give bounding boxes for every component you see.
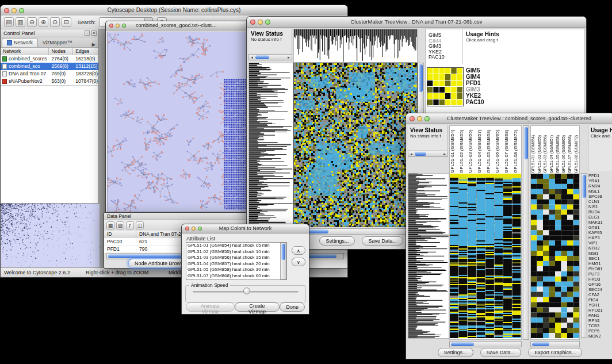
zoom-button[interactable] bbox=[19, 8, 24, 13]
network-view-canvas[interactable] bbox=[107, 32, 247, 212]
gene-label: YSH1 bbox=[588, 302, 612, 308]
attribute-item[interactable]: GPL51-02 (GSM855) heat shock 10 min bbox=[186, 249, 280, 255]
scrollbar-thumb[interactable] bbox=[415, 152, 426, 156]
cytoscape-titlebar[interactable]: Cytoscape Desktop (Session Name: collins… bbox=[1, 5, 347, 16]
move-down-button[interactable]: ∨ bbox=[292, 258, 305, 266]
horizontal-scrollbar[interactable] bbox=[530, 341, 580, 347]
attribute-function-icon[interactable]: ƒ bbox=[126, 221, 134, 229]
close-panel-icon[interactable]: ✕ bbox=[91, 30, 97, 36]
heatmap-canvas[interactable] bbox=[293, 63, 418, 227]
scroll-right-icon[interactable]: ▸ bbox=[286, 55, 292, 60]
scrollbar-thumb[interactable] bbox=[532, 342, 549, 346]
select-attributes-icon[interactable]: ▦ bbox=[106, 221, 114, 229]
import-matrix-icon[interactable]: ◫ bbox=[136, 221, 144, 229]
scrollbar-thumb[interactable] bbox=[582, 175, 586, 198]
network-list-item[interactable]: DNA and Tran 07769(0)183728(0) bbox=[1, 70, 98, 78]
node-count: 2569(6) bbox=[49, 63, 74, 70]
zoom-button[interactable] bbox=[198, 227, 202, 231]
close-button[interactable] bbox=[4, 8, 9, 13]
treeview-titlebar[interactable]: ClusterMaker TreeView : DNA and Tran 07-… bbox=[247, 17, 586, 28]
done-button[interactable]: Done bbox=[280, 302, 305, 312]
zoom-button[interactable] bbox=[424, 116, 430, 121]
column-dendrogram-canvas[interactable] bbox=[293, 29, 418, 63]
scrollbar-thumb[interactable] bbox=[281, 244, 285, 260]
network-overview-thumbnail[interactable] bbox=[1, 203, 100, 268]
vertical-scrollbar[interactable] bbox=[280, 243, 286, 279]
scroll-right-icon[interactable]: ▸ bbox=[442, 151, 447, 157]
close-button[interactable] bbox=[185, 227, 189, 231]
zoom-out-icon[interactable]: ⊖ bbox=[27, 17, 37, 27]
column-header[interactable]: ID bbox=[104, 231, 136, 238]
close-button[interactable] bbox=[109, 24, 113, 28]
horizontal-scrollbar[interactable]: ◂ ▸ bbox=[408, 151, 448, 157]
column-header[interactable]: Nodes bbox=[49, 48, 73, 55]
horizontal-scrollbar[interactable] bbox=[293, 228, 418, 235]
correlation-matrix-canvas[interactable] bbox=[427, 67, 464, 106]
attribute-item[interactable]: GPL51-05 (GSM858) heat shock 30 min bbox=[186, 267, 280, 273]
zoom-button[interactable] bbox=[122, 24, 126, 28]
export-graphics-button[interactable]: Export Graphics... bbox=[528, 348, 582, 357]
attribute-list[interactable]: GPL51-01 (GSM854) heat shock 05 minGPL51… bbox=[186, 242, 287, 280]
gene-label: SEC24 bbox=[588, 287, 612, 292]
column-label: GPL51-05 (GSM858) bbox=[556, 127, 562, 173]
scrollbar-thumb[interactable] bbox=[451, 342, 474, 346]
heatmap-canvas[interactable] bbox=[450, 174, 521, 338]
attribute-item[interactable]: GPL51-03 (GSM856) heat shock 15 min bbox=[186, 255, 280, 261]
zoom-selected-icon[interactable]: ⊙ bbox=[50, 17, 60, 27]
close-button[interactable] bbox=[410, 116, 415, 121]
network-list-item[interactable]: combined_sco2569(6)13112(15) bbox=[1, 63, 98, 70]
animate-vizmap-button[interactable]: Animate Vizmap bbox=[186, 302, 235, 312]
column-header[interactable]: Network bbox=[1, 48, 49, 55]
attribute-item[interactable]: GPL51-04 (GSM857) heat shock 20 min bbox=[186, 261, 280, 267]
attribute-item[interactable]: GPL51-07 (GSM868) heat shock 60 min bbox=[186, 273, 280, 279]
create-vizmap-button[interactable]: Create Vizmap bbox=[235, 302, 280, 312]
network-tree-area bbox=[1, 85, 98, 204]
slider-thumb[interactable] bbox=[243, 288, 250, 294]
zoom-heatmap-canvas[interactable] bbox=[531, 174, 579, 338]
scrollbar-thumb[interactable] bbox=[255, 55, 269, 59]
zoom-fit-icon[interactable]: ⊡ bbox=[62, 17, 71, 27]
settings-button[interactable]: Settings... bbox=[438, 348, 473, 357]
float-panel-icon[interactable]: ▫ bbox=[85, 30, 90, 36]
minimize-button[interactable] bbox=[12, 8, 17, 13]
usage-hints-text: Click and drag t bbox=[591, 133, 610, 139]
more-tabs-button[interactable]: ▶ bbox=[92, 42, 97, 47]
tab-network[interactable]: Network bbox=[2, 38, 38, 47]
minimize-button[interactable] bbox=[192, 227, 196, 231]
horizontal-scrollbar[interactable] bbox=[449, 341, 522, 347]
treeview-titlebar[interactable]: ClusterMaker TreeView : combined_scores_… bbox=[406, 113, 612, 124]
minimize-button[interactable] bbox=[417, 116, 422, 121]
create-attribute-icon[interactable]: ▧ bbox=[116, 221, 124, 229]
settings-button[interactable]: Settings... bbox=[319, 236, 355, 246]
scroll-left-icon[interactable]: ◂ bbox=[249, 55, 255, 60]
gene-label: GTB1 bbox=[588, 225, 612, 230]
vertical-scrollbar[interactable] bbox=[581, 173, 587, 338]
row-dendrogram-canvas[interactable] bbox=[408, 173, 449, 339]
edge-count: 183728(0) bbox=[73, 70, 98, 78]
vertical-scrollbar[interactable] bbox=[523, 125, 529, 340]
open-session-icon[interactable]: ▤ bbox=[4, 17, 14, 27]
scroll-left-icon[interactable]: ◂ bbox=[408, 151, 414, 157]
gene-label: FIG4 bbox=[588, 297, 612, 302]
minimize-button[interactable] bbox=[258, 20, 263, 25]
save-data-button[interactable]: Save Data... bbox=[480, 348, 522, 357]
zoom-in-icon[interactable]: ⊕ bbox=[39, 17, 48, 27]
move-up-button[interactable]: ∧ bbox=[292, 246, 305, 255]
save-session-icon[interactable]: ▥ bbox=[16, 17, 25, 27]
minimize-button[interactable] bbox=[116, 24, 120, 28]
dialog-titlebar[interactable]: Map Colors to Network bbox=[182, 224, 309, 233]
scrollbar-thumb[interactable] bbox=[524, 127, 528, 159]
scrollbar-thumb[interactable] bbox=[419, 64, 423, 92]
network-view-titlebar[interactable]: combined_scores_good.txt--cluste... bbox=[106, 21, 248, 30]
horizontal-scrollbar[interactable]: ◂ ▸ bbox=[248, 54, 292, 60]
attribute-item[interactable]: GPL51-01 (GSM854) heat shock 05 min bbox=[186, 243, 280, 249]
zoom-heatmap-panel: GPL51-01 (GSM854)GPL51-02 (GSM855)GPL51-… bbox=[530, 125, 580, 340]
row-dendrogram-canvas[interactable] bbox=[248, 63, 293, 227]
zoom-button[interactable] bbox=[265, 20, 270, 25]
column-header[interactable]: Edges bbox=[73, 48, 98, 55]
save-data-button[interactable]: Save Data... bbox=[362, 236, 403, 246]
close-button[interactable] bbox=[250, 20, 255, 25]
tab-vizmapper[interactable]: VizMapper™ bbox=[38, 39, 77, 47]
network-list-item[interactable]: sNAPuberNov2563(0)107847(0) bbox=[1, 78, 98, 85]
network-list-item[interactable]: combined_scores2764(0)16218(0) bbox=[1, 55, 98, 63]
